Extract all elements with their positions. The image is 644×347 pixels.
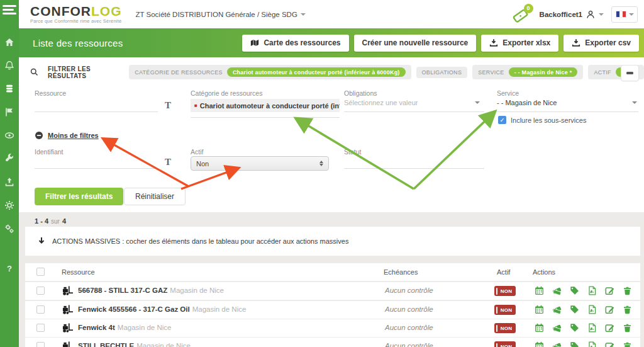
- app-logo[interactable]: CONFORLOG Parce que Conformité rime avec…: [30, 4, 122, 24]
- map-resources-button[interactable]: Carte des ressources: [242, 35, 348, 52]
- pdf-icon[interactable]: [587, 341, 597, 347]
- edit-icon[interactable]: [605, 323, 614, 333]
- chip-service[interactable]: SERVICE - - Magasin de Nice *: [472, 65, 583, 79]
- service-select[interactable]: - - Magasin de Nice: [497, 99, 557, 106]
- filter-submit-button[interactable]: Filtrer les résultats: [35, 188, 123, 205]
- upload-icon[interactable]: [0, 173, 19, 191]
- pagination-sur: sur: [51, 218, 60, 225]
- categorie-select[interactable]: ■Chariot automoteur à conducteur porté (…: [191, 99, 340, 112]
- identifiant-input[interactable]: [35, 168, 158, 169]
- table-row: Fenwick 4555566 - 317-C Gaz OilMagasin d…: [25, 301, 640, 319]
- echeance-value: Aucun contrôle: [385, 324, 433, 331]
- tag-icon[interactable]: [570, 323, 579, 333]
- app-root: ? CONFORLOG Parce que Conformité rime av…: [0, 0, 644, 347]
- create-resource-button[interactable]: Créer une nouvelle ressource: [354, 35, 477, 52]
- edit-icon[interactable]: [605, 305, 614, 314]
- row-checkbox[interactable]: [36, 342, 45, 347]
- forklift-icon: [62, 341, 74, 347]
- edit-icon[interactable]: [605, 286, 614, 295]
- wrench-icon[interactable]: [0, 149, 19, 168]
- chevron-down-icon: [301, 13, 306, 16]
- page-header: Liste des ressources Carte des ressource…: [19, 28, 644, 57]
- row-checkbox[interactable]: [36, 324, 45, 332]
- username-label: Backofficet1: [540, 11, 582, 18]
- less-filters-link[interactable]: Moins de filtres: [35, 131, 99, 140]
- resource-name[interactable]: 566788 - STILL 317-C GAZMagasin de Nice: [78, 287, 224, 294]
- export-csv-button[interactable]: Exporter csv: [564, 35, 639, 52]
- include-subservices-checkbox[interactable]: ✓: [498, 116, 506, 124]
- statut-input[interactable]: [344, 168, 484, 169]
- chip-categorie[interactable]: CATÉGORIE DE RESSOURCES Chariot automote…: [129, 65, 411, 79]
- gear-icon[interactable]: [0, 196, 19, 215]
- calendar-icon[interactable]: [535, 323, 544, 333]
- chevron-down-icon: [475, 101, 480, 104]
- logo-tagline: Parce que Conformité rime avec Sérénité: [30, 19, 122, 24]
- resource-service: Magasin de Nice: [192, 305, 247, 313]
- chevron-down-icon: [599, 13, 604, 16]
- tickets-icon[interactable]: [552, 323, 562, 333]
- topbar: CONFORLOG Parce que Conformité rime avec…: [19, 0, 644, 28]
- help-icon[interactable]: ?: [0, 259, 19, 278]
- resource-title: Fenwick 4t: [78, 324, 115, 331]
- tickets-icon[interactable]: [552, 286, 562, 295]
- text-format-icon[interactable]: T: [165, 157, 171, 168]
- download-icon: [489, 38, 498, 47]
- statut-label: Statut: [344, 148, 361, 156]
- company-context-selector[interactable]: ZT Société DISTRIBUTION Générale / Siège…: [136, 11, 306, 18]
- calendar-icon[interactable]: [535, 286, 544, 295]
- language-selector[interactable]: [611, 6, 638, 23]
- user-menu[interactable]: Backofficet1: [540, 9, 604, 20]
- categorie-select-value: Chariot automoteur à conducteur porté (i…: [200, 102, 340, 110]
- trash-icon[interactable]: [623, 323, 632, 333]
- select-all-checkbox[interactable]: [36, 268, 45, 276]
- chip-obligations[interactable]: OBLIGATIONS: [416, 67, 468, 78]
- table-header: Ressource Echéances Actif Actions: [25, 263, 640, 281]
- calendar-icon[interactable]: [535, 305, 544, 314]
- menu-toggle-icon[interactable]: [3, 5, 16, 16]
- obligations-underline: [344, 111, 484, 112]
- row-checkbox[interactable]: [36, 287, 45, 295]
- tag-icon[interactable]: [570, 341, 579, 347]
- logo-accent-text: LOG: [91, 4, 122, 18]
- obligations-select[interactable]: Sélectionnez une valeur: [344, 99, 418, 106]
- tickets-notification-button[interactable]: 0: [511, 4, 532, 25]
- pdf-icon[interactable]: [587, 323, 597, 333]
- row-checkbox[interactable]: [36, 305, 45, 314]
- collapse-filters-button[interactable]: [621, 65, 639, 81]
- identifiant-label: Identifiant: [35, 148, 64, 156]
- bell-icon[interactable]: [0, 56, 19, 75]
- col-ressource: Ressource: [62, 268, 95, 276]
- pdf-icon[interactable]: [587, 305, 597, 314]
- trash-icon[interactable]: [623, 341, 632, 347]
- text-format-icon[interactable]: T: [165, 100, 171, 111]
- filter-section-title: FILTRER LES RÉSULTATS: [48, 65, 120, 79]
- home-icon[interactable]: [0, 33, 19, 52]
- trash-icon[interactable]: [623, 286, 632, 295]
- resource-name[interactable]: Fenwick 4555566 - 317-C Gaz OilMagasin d…: [78, 305, 246, 313]
- actif-select[interactable]: Non: [191, 156, 329, 171]
- flag-icon[interactable]: [0, 103, 19, 122]
- forklift-icon: [62, 304, 74, 317]
- ressource-input[interactable]: [35, 111, 158, 112]
- pdf-icon[interactable]: [587, 286, 597, 295]
- actif-status-badge: NON: [494, 305, 516, 315]
- logo-text: CONFOR: [30, 4, 91, 18]
- trash-icon[interactable]: [623, 305, 632, 314]
- tickets-icon[interactable]: [552, 305, 562, 314]
- database-icon[interactable]: [0, 79, 19, 98]
- tickets-icon[interactable]: [552, 341, 562, 347]
- include-subservices-label: Inclure les sous-services: [511, 117, 586, 124]
- forklift-icon: [62, 322, 74, 336]
- edit-icon[interactable]: [605, 341, 614, 347]
- export-xlsx-button[interactable]: Exporter xlsx: [481, 35, 558, 52]
- actif-label: Actif: [191, 148, 203, 156]
- map-resources-label: Carte des ressources: [264, 38, 340, 47]
- calendar-icon[interactable]: [535, 341, 544, 347]
- gears-icon[interactable]: [0, 219, 19, 238]
- tag-icon[interactable]: [570, 305, 579, 314]
- eye-icon[interactable]: [0, 126, 19, 145]
- tag-icon[interactable]: [570, 286, 579, 295]
- resource-name[interactable]: Fenwick 4tMagasin de Nice: [78, 324, 171, 331]
- filter-reset-button[interactable]: Réinitialiser: [124, 188, 186, 205]
- resource-name[interactable]: STILL BECHTLEMagasin de Nice: [78, 342, 191, 347]
